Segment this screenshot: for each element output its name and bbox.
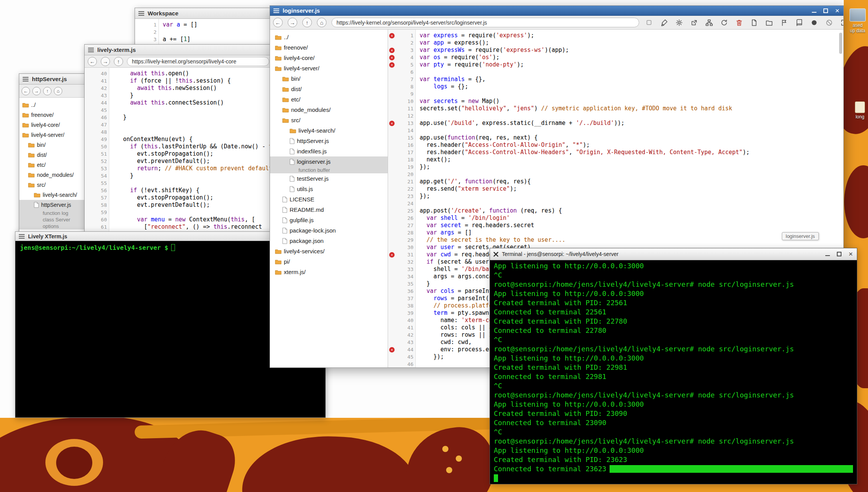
menu-icon[interactable] <box>22 76 29 82</box>
error-marker-icon[interactable]: × <box>389 55 395 60</box>
error-marker-icon[interactable]: × <box>389 33 395 38</box>
tree-item[interactable]: bin/ <box>270 73 388 84</box>
terminal-line: App listening to http://0.0.0.0:3000 <box>494 446 853 455</box>
url-input[interactable] <box>127 57 269 66</box>
error-marker-icon[interactable]: × <box>389 252 395 258</box>
tree-item[interactable]: lively4-server/ <box>19 130 88 140</box>
tree-item[interactable]: node_modules/ <box>19 170 88 180</box>
code-line: 53 return; // #HACK custom prevent defau… <box>85 165 272 172</box>
tree-item[interactable]: freenove/ <box>19 110 88 120</box>
cancel-icon[interactable] <box>824 18 834 28</box>
fullscreen-icon[interactable] <box>839 18 844 28</box>
forward-icon[interactable]: → <box>32 87 41 95</box>
gear-icon[interactable] <box>674 18 684 28</box>
tree-item-label: ../ <box>284 34 289 40</box>
home-icon[interactable]: ⌂ <box>54 87 62 95</box>
minimize-icon[interactable] <box>825 251 831 257</box>
up-icon[interactable]: ↑ <box>43 87 52 95</box>
tree-item[interactable]: lively4-core/ <box>19 120 88 130</box>
open-external-icon[interactable] <box>689 18 699 28</box>
folder-icon[interactable] <box>764 18 774 28</box>
tree-item[interactable]: bin/ <box>19 140 88 150</box>
tree-item[interactable]: testServer.js <box>270 173 388 184</box>
tree-item[interactable]: pi/ <box>270 256 388 267</box>
tree-item[interactable]: lively4-services/ <box>270 246 388 256</box>
home-icon[interactable]: ⌂ <box>317 18 327 27</box>
tree-item[interactable]: lively4-server/ <box>270 63 388 73</box>
code-line: 20 <box>388 171 843 178</box>
error-marker-icon[interactable]: × <box>389 347 395 352</box>
tree-item[interactable]: etc/ <box>270 94 388 105</box>
tree-item[interactable]: lively4-search/ <box>19 190 88 200</box>
tree-item[interactable]: freenove/ <box>270 42 388 53</box>
book-icon[interactable] <box>794 18 804 28</box>
menu-icon[interactable] <box>88 47 94 53</box>
tree-item[interactable]: etc/ <box>19 160 88 170</box>
tree-item-label: bin/ <box>37 142 46 148</box>
tree-item[interactable]: dist/ <box>270 84 388 94</box>
menu-icon[interactable] <box>18 234 25 239</box>
refresh-icon[interactable] <box>719 18 729 28</box>
tree-item[interactable]: indexfiles.js <box>270 146 388 156</box>
terminal-line: App listening to http://0.0.0.0:3000 <box>494 400 853 409</box>
tree-item[interactable]: xterm.js/ <box>270 267 388 277</box>
tree-item[interactable]: httpServer.jsfunction logclass Serveropt… <box>19 200 88 229</box>
maximize-icon[interactable] <box>836 251 842 257</box>
tree-item[interactable]: README.md <box>270 204 388 215</box>
close-icon[interactable] <box>848 251 854 257</box>
file-icon[interactable] <box>749 18 759 28</box>
tree-item[interactable]: httpServer.js <box>270 136 388 146</box>
tree-item[interactable]: lively4-core/ <box>270 53 388 63</box>
loginserver-titlebar[interactable]: loginserver.js <box>270 6 843 16</box>
error-marker-icon[interactable]: × <box>389 62 395 68</box>
menu-icon[interactable] <box>273 8 280 13</box>
flag-icon[interactable] <box>779 18 789 28</box>
tree-item[interactable]: loginserver.jsfunction buffer <box>270 156 388 173</box>
tree-item[interactable]: package.json <box>270 236 388 246</box>
tree-item[interactable]: dist/ <box>19 150 88 160</box>
maximize-icon[interactable] <box>823 8 829 13</box>
tree-item[interactable]: gulpfile.js <box>270 215 388 225</box>
error-marker-icon[interactable]: × <box>389 121 395 126</box>
tree-item[interactable]: node_modules/ <box>270 105 388 115</box>
terminal-titlebar[interactable]: Terminal - jens@sensorpi: ~/lively4/live… <box>490 248 857 260</box>
back-icon[interactable]: ← <box>88 57 97 66</box>
back-icon[interactable]: ← <box>22 87 30 95</box>
tree-item[interactable]: utils.js <box>270 184 388 194</box>
tree-item[interactable]: LICENSE <box>270 194 388 204</box>
up-icon[interactable]: ↑ <box>302 18 312 27</box>
forward-icon[interactable]: → <box>101 57 110 66</box>
tree-item[interactable]: ../ <box>19 100 88 110</box>
minimize-icon[interactable] <box>811 8 817 13</box>
terminal-line: Created terminal with PID: 22561 <box>494 298 853 308</box>
code-line: 6 <box>388 68 843 76</box>
desktop-icon[interactable]: ased up data <box>848 8 868 33</box>
brush-icon[interactable] <box>659 18 669 28</box>
url-input[interactable] <box>332 18 639 27</box>
tree-item[interactable]: package-lock.json <box>270 225 388 236</box>
file-icon <box>282 207 287 213</box>
workspace-titlebar[interactable]: Workspace <box>135 8 271 19</box>
back-icon[interactable]: ← <box>273 18 283 27</box>
tree-item-annotation: function buffer <box>270 167 388 173</box>
terminal-body[interactable]: App listening to http://0.0.0.0:3000^Cro… <box>490 260 857 484</box>
lively-xterm-editor[interactable]: 40 await this.open()41 if (force || !thi… <box>85 68 272 244</box>
error-marker-icon[interactable]: × <box>389 48 395 53</box>
up-icon[interactable]: ↑ <box>114 57 123 66</box>
menu-icon[interactable] <box>138 11 145 16</box>
tree-item[interactable]: src/ <box>270 115 388 125</box>
forward-icon[interactable]: → <box>288 18 297 27</box>
sitemap-icon[interactable] <box>704 18 714 28</box>
desktop-icon[interactable]: long <box>851 101 868 120</box>
editor-scrollbar[interactable] <box>839 33 842 54</box>
record-icon[interactable] <box>809 18 819 28</box>
tree-item[interactable]: src/ <box>19 180 88 190</box>
close-icon[interactable] <box>834 8 840 13</box>
httpserver-titlebar[interactable]: httpServer.js <box>19 74 88 85</box>
trash-icon[interactable] <box>734 18 744 28</box>
tree-item[interactable]: ../ <box>270 32 388 42</box>
checkbox-icon[interactable] <box>644 18 654 28</box>
tree-item-label: package.json <box>290 238 323 244</box>
tree-item[interactable]: lively4-search/ <box>270 125 388 136</box>
lively-xterm-titlebar[interactable]: lively-xterm.js <box>85 45 272 55</box>
